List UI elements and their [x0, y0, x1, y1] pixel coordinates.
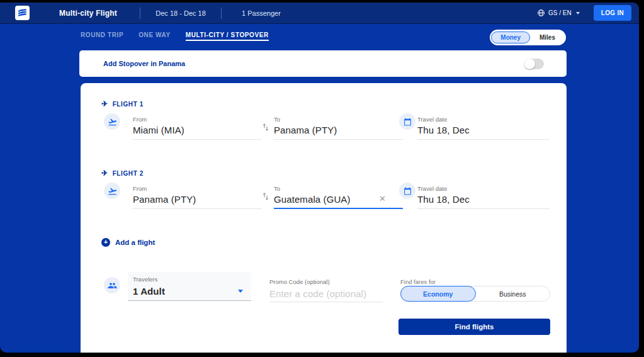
plane-icon: ✈ — [101, 99, 108, 108]
flight-2-date-label: Travel date — [417, 185, 447, 192]
travelers-value[interactable]: 1 Adult — [133, 286, 165, 297]
chevron-down-icon — [576, 12, 580, 14]
airline-logo-icon — [17, 8, 28, 18]
language-selector[interactable]: GS / EN — [537, 9, 580, 17]
language-selector-label: GS / EN — [548, 9, 572, 16]
promo-code-label: Promo Code (optional) — [269, 278, 330, 285]
flight-2-to-label: To — [274, 185, 280, 192]
stopover-toggle-knob — [524, 59, 535, 69]
flight-1-to-input[interactable]: Panama (PTY) — [274, 125, 337, 135]
flight-2-to-underline-focused — [274, 208, 403, 209]
flight-1-header: ✈ FLIGHT 1 — [101, 99, 144, 108]
fare-option-economy[interactable]: Economy — [400, 286, 476, 302]
calendar-icon — [404, 187, 412, 195]
currency-option-miles[interactable]: Miles — [530, 31, 565, 43]
promo-code-underline — [269, 302, 383, 302]
tab-multi-city-stopover[interactable]: MULTI-CITY / STOPOVER — [186, 31, 269, 41]
app-window: Multi-city Flight Dec 18 - Dec 18 1 Pass… — [0, 3, 639, 353]
flight-2-date-underline — [417, 208, 550, 209]
calendar-icon-circle — [399, 113, 415, 130]
top-header-bar: Multi-city Flight Dec 18 - Dec 18 1 Pass… — [0, 3, 639, 24]
flight-takeoff-icon — [104, 113, 120, 130]
calendar-icon-circle — [399, 183, 415, 199]
clear-destination-icon[interactable]: ✕ — [379, 194, 386, 203]
flight-1-from-input[interactable]: Miami (MIA) — [133, 125, 184, 135]
flight-2-to-input[interactable]: Guatemala (GUA) — [274, 194, 351, 205]
flight-1-to-label: To — [274, 116, 280, 123]
header-divider — [221, 8, 222, 19]
people-icon — [108, 281, 117, 290]
travelers-chevron-down-icon — [238, 290, 243, 293]
tab-round-trip[interactable]: ROUND TRIP — [81, 31, 123, 41]
plus-circle-icon: + — [101, 238, 110, 247]
flight-1-label: FLIGHT 1 — [113, 101, 144, 108]
find-flights-button[interactable]: Find flights — [398, 319, 550, 335]
flight-takeoff-icon — [104, 183, 120, 199]
flight-1-date-underline — [417, 139, 550, 140]
stopover-toggle[interactable] — [524, 59, 544, 69]
flight-2-from-input[interactable]: Panama (PTY) — [133, 194, 196, 205]
trip-dates-summary[interactable]: Dec 18 - Dec 18 — [140, 9, 221, 17]
login-button[interactable]: LOG IN — [594, 5, 631, 21]
flight-1-date-input[interactable]: Thu 18, Dec — [417, 125, 470, 135]
travelers-icon-circle — [104, 277, 120, 293]
add-flight-button[interactable]: + Add a flight — [101, 238, 155, 247]
flight-1-from-underline — [133, 139, 261, 140]
passenger-count-summary[interactable]: 1 Passenger — [242, 9, 281, 17]
fare-class-label: Find fares for — [400, 278, 436, 285]
takeoff-glyph — [108, 186, 117, 196]
globe-icon — [537, 9, 545, 17]
trip-type-tabs: ROUND TRIP ONE WAY MULTI-CITY / STOPOVER — [81, 25, 269, 47]
promo-code-input[interactable]: Enter a code (optional) — [269, 288, 366, 299]
calendar-icon — [404, 118, 412, 126]
flight-1-from-label: From — [133, 116, 147, 123]
fare-option-business[interactable]: Business — [476, 286, 550, 301]
flight-2-label: FLIGHT 2 — [113, 170, 144, 177]
flight-2-from-underline — [133, 208, 261, 209]
booking-card: ✈ FLIGHT 1 From Miami (MIA) To Panama (P… — [81, 83, 567, 353]
currency-option-money[interactable]: Money — [491, 31, 530, 43]
flight-2-date-input[interactable]: Thu 18, Dec — [417, 194, 470, 205]
flight-2-header: ✈ FLIGHT 2 — [101, 169, 144, 178]
stopover-bar: Add Stopover in Panama — [79, 50, 567, 77]
tab-one-way[interactable]: ONE WAY — [138, 31, 171, 41]
plane-icon: ✈ — [101, 169, 108, 178]
currency-toggle: Money Miles — [490, 30, 566, 45]
swap-airports-icon[interactable] — [261, 122, 271, 135]
page-title: Multi-city Flight — [59, 9, 117, 18]
airline-logo[interactable] — [15, 6, 30, 20]
stopover-label: Add Stopover in Panama — [103, 60, 185, 67]
flight-1-to-underline — [274, 139, 403, 140]
takeoff-glyph — [108, 117, 117, 127]
flight-2-from-label: From — [133, 185, 147, 192]
fare-class-toggle: Economy Business — [400, 286, 550, 302]
flight-1-date-label: Travel date — [417, 116, 447, 123]
swap-airports-icon[interactable] — [261, 191, 271, 204]
add-flight-label: Add a flight — [115, 239, 155, 246]
travelers-label: Travelers — [133, 276, 157, 283]
